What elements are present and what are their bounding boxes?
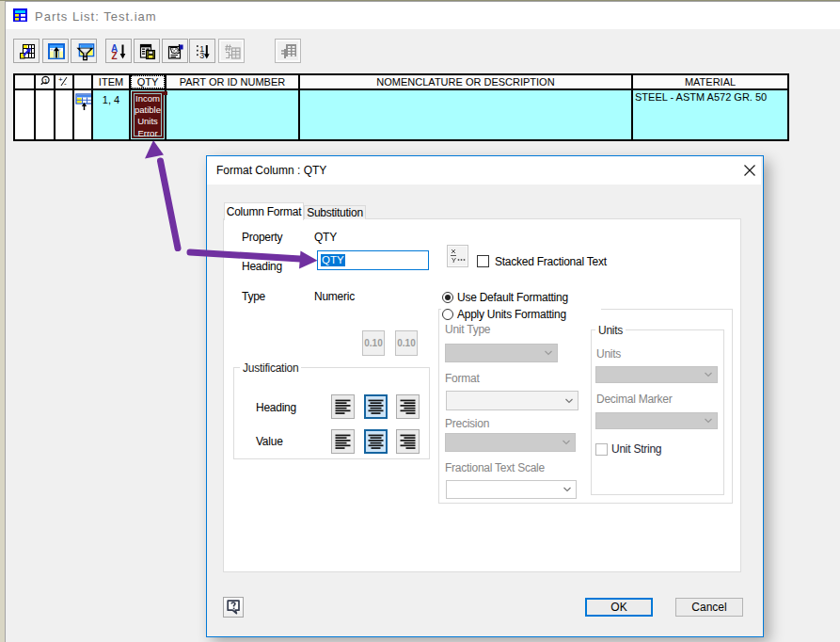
svg-text:3: 3 xyxy=(199,51,204,60)
svg-text:+: + xyxy=(58,75,63,84)
svg-text:Z: Z xyxy=(112,51,118,60)
